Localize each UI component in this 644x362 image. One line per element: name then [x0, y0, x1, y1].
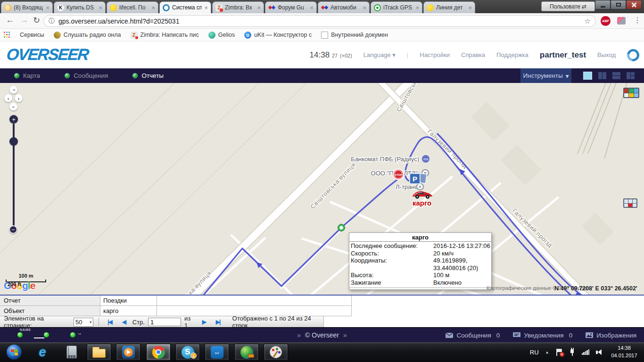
- footer-messages[interactable]: Сообщения0: [446, 332, 500, 339]
- report-object-value[interactable]: карго: [100, 306, 157, 316]
- parking-marker-icon[interactable]: P: [410, 173, 427, 184]
- browser-tab-shop[interactable]: KКупить DS×: [54, 1, 106, 13]
- window-minimize-button[interactable]: [595, 0, 611, 9]
- browser-tab-zimbra[interactable]: ZZimbra: Вх×: [212, 1, 264, 13]
- action-center-flag-icon[interactable]: ×: [556, 349, 562, 356]
- tools-dropdown[interactable]: Инструменты▾: [520, 68, 571, 83]
- trip-start-marker[interactable]: [338, 224, 345, 231]
- language-menu[interactable]: Language ▾: [363, 51, 396, 58]
- browser-tab-overseer-active[interactable]: Система сп×: [159, 1, 211, 13]
- bookmark-gelios[interactable]: Gelios: [208, 32, 235, 39]
- page-number-input[interactable]: [148, 318, 181, 326]
- browser-tab-auto[interactable]: Автомоби×: [318, 1, 370, 13]
- tab-close-icon[interactable]: ×: [151, 4, 155, 11]
- vehicle-name-label[interactable]: карго: [413, 199, 431, 207]
- reload-icon[interactable]: ↻: [33, 15, 40, 25]
- ltrans-poi-icon[interactable]: [417, 183, 423, 190]
- bookmark-star-icon[interactable]: ☆: [585, 17, 591, 25]
- bookmark-internal-doc[interactable]: Внутренний докумен: [321, 32, 388, 39]
- apps-grid-icon[interactable]: [4, 32, 10, 38]
- browser-tab-lifecell[interactable]: lifecell. По×: [107, 1, 158, 13]
- nav-tab-map[interactable]: Карта: [14, 72, 40, 79]
- atm-marker-icon[interactable]: ATM: [422, 155, 429, 163]
- prev-page-button[interactable]: ◀: [118, 319, 129, 325]
- map-overlay-icon[interactable]: [623, 198, 637, 208]
- teamviewer-icon[interactable]: ⇔: [205, 344, 229, 361]
- settings-link[interactable]: Настройки: [420, 51, 450, 58]
- network-signal-icon[interactable]: [582, 349, 590, 355]
- tab-close-icon[interactable]: ×: [468, 4, 472, 11]
- tab-close-icon[interactable]: ×: [363, 4, 366, 11]
- browser-tab-itrack[interactable]: iTrack GPS×: [371, 1, 422, 13]
- bookmark-ukit[interactable]: uuKit — Конструктор с: [244, 32, 312, 39]
- bookmark-zimbra[interactable]: ZZimbra: Написать пис: [131, 32, 199, 39]
- tab-close-icon[interactable]: ×: [46, 4, 50, 11]
- calculator-icon[interactable]: [59, 344, 84, 361]
- tab-close-icon[interactable]: ×: [415, 4, 419, 11]
- tray-clock[interactable]: 14:3804.01.2017: [608, 345, 640, 360]
- chrome-icon[interactable]: [146, 344, 171, 361]
- adblock-extension-icon[interactable]: ABP: [601, 16, 611, 26]
- nav-tab-messages[interactable]: Сообщения: [65, 72, 108, 79]
- extension-icon[interactable]: [617, 17, 626, 25]
- logout-link[interactable]: Выход: [597, 51, 616, 58]
- zoom-out-button[interactable]: −: [9, 225, 17, 234]
- vehicle-car-icon[interactable]: [413, 191, 432, 199]
- first-page-button[interactable]: |◀: [104, 319, 115, 325]
- last-page-button[interactable]: ▶|: [213, 319, 223, 325]
- report-type-value[interactable]: Поездки: [100, 296, 157, 306]
- map-viewport[interactable]: Свіштовська вулиця Свіштовська вулиця Св…: [0, 83, 644, 295]
- window-close-button[interactable]: [626, 0, 642, 9]
- browser-tab-forum[interactable]: Форум Gu×: [265, 1, 317, 13]
- footer-notifications[interactable]: Уведомления0: [513, 332, 572, 339]
- power-plug-icon[interactable]: [569, 349, 575, 356]
- language-indicator[interactable]: RU: [530, 349, 539, 356]
- window-maximize-button[interactable]: [611, 0, 626, 9]
- layout-two-columns-icon[interactable]: [598, 72, 606, 79]
- layout-mixed-icon[interactable]: [627, 72, 635, 79]
- bookmark-services[interactable]: Сервисы: [20, 32, 44, 38]
- pan-right-button[interactable]: ›: [15, 94, 23, 102]
- media-player-icon[interactable]: [116, 344, 140, 361]
- volume-icon[interactable]: [596, 349, 602, 355]
- zoom-in-button[interactable]: +: [9, 115, 18, 123]
- pan-down-button[interactable]: ›: [9, 103, 17, 111]
- browser-menu-icon[interactable]: ⋮: [634, 16, 641, 25]
- browser-tab-mail[interactable]: @(8) Входящ×: [1, 1, 53, 13]
- paint-icon[interactable]: [264, 344, 288, 361]
- map-layers-icon[interactable]: [623, 88, 639, 98]
- zoom-slider-handle[interactable]: [9, 137, 18, 146]
- bookmark-radio[interactable]: Слушать радио онла: [54, 32, 121, 39]
- footer-images[interactable]: Изображения: [586, 332, 636, 339]
- pan-up-button[interactable]: ›: [9, 86, 17, 94]
- back-icon[interactable]: ←: [6, 15, 14, 25]
- support-link[interactable]: Поддержка: [496, 51, 528, 58]
- map-canvas[interactable]: Свіштовська вулиця Свіштовська вулиця Св…: [0, 83, 644, 295]
- stop-sign-icon[interactable]: STOP: [393, 169, 404, 180]
- tab-close-icon[interactable]: ×: [204, 4, 208, 11]
- browser-profile-button[interactable]: Пользовате⇄: [541, 1, 595, 11]
- tab-close-icon[interactable]: ×: [257, 4, 261, 11]
- pan-left-button[interactable]: ‹: [4, 94, 12, 102]
- start-button[interactable]: [2, 344, 26, 361]
- url-omnibox[interactable]: ⓘ gps.overseer.ua/service.html?d=2025031…: [43, 15, 596, 27]
- browser-tab-line[interactable]: Линия дет×: [423, 1, 475, 13]
- help-link[interactable]: Справка: [461, 51, 485, 58]
- overseer-logo[interactable]: OVERSEER: [6, 45, 89, 64]
- tab-close-icon[interactable]: ×: [310, 4, 314, 11]
- gps-tracker-app-icon[interactable]: [234, 344, 259, 361]
- zimbra-favicon-icon: Z: [215, 4, 223, 11]
- next-page-button[interactable]: ▶: [198, 319, 209, 325]
- internet-explorer-icon[interactable]: e: [30, 344, 55, 361]
- forward-icon[interactable]: →: [20, 15, 28, 25]
- tab-close-icon[interactable]: ×: [99, 4, 102, 11]
- nav-tab-reports[interactable]: Отчеты: [132, 72, 164, 79]
- layout-single-icon[interactable]: [584, 72, 592, 79]
- file-explorer-icon[interactable]: [87, 344, 111, 361]
- skype-icon[interactable]: S1: [175, 344, 200, 361]
- url-text[interactable]: gps.overseer.ua/service.html?d=2025031: [58, 17, 581, 25]
- page-size-select[interactable]: 50▾: [74, 318, 93, 327]
- page-info-icon[interactable]: ⓘ: [49, 17, 55, 25]
- tray-expand-icon[interactable]: ▲: [545, 350, 549, 354]
- layout-two-rows-icon[interactable]: [612, 72, 620, 79]
